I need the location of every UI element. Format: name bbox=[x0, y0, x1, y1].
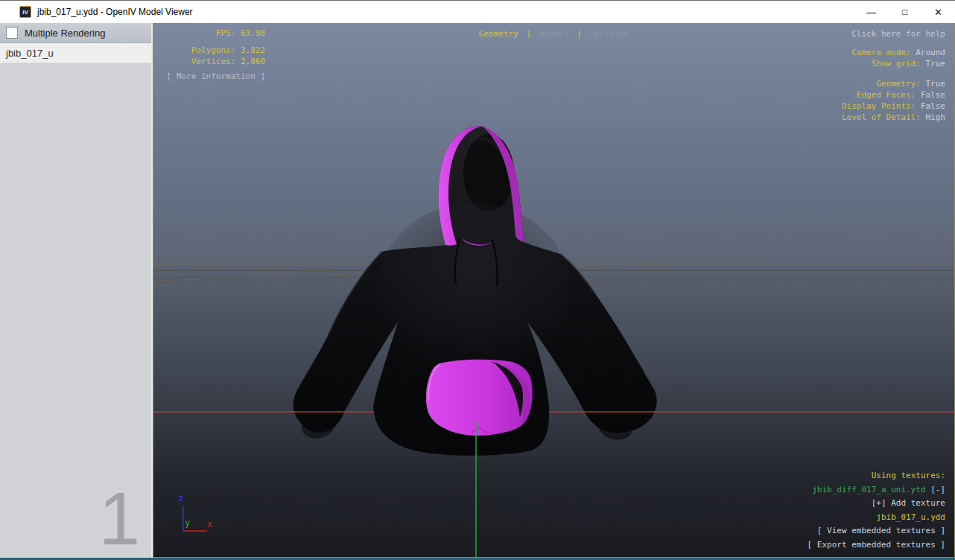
app-icon: IV bbox=[19, 6, 31, 18]
level-of-detail-label: Level of Detail: bbox=[842, 112, 921, 122]
vertices-readout: Vertices: 2,860 bbox=[159, 56, 265, 67]
export-embedded-textures-button[interactable]: [ Export embedded textures ] bbox=[808, 538, 945, 553]
viewer-settings-panel: Click here for help Camera mode: Around … bbox=[842, 28, 945, 123]
camera-mode-label: Camera mode: bbox=[851, 48, 910, 57]
more-information-button[interactable]: [ More information ] bbox=[159, 71, 265, 82]
close-button[interactable]: ✕ bbox=[921, 1, 955, 23]
window-controls: — □ ✕ bbox=[854, 1, 955, 23]
model-file-name: jbib_017_u.ydd bbox=[808, 511, 945, 525]
level-of-detail-value: High bbox=[926, 112, 946, 122]
multiple-rendering-label: Multiple Rendering bbox=[25, 28, 105, 39]
texture-row: jbib_diff_017_a_uni.ytd [-] bbox=[808, 483, 945, 497]
geometry-value: True bbox=[926, 79, 946, 89]
lod-watermark: 1 bbox=[98, 489, 140, 547]
edged-faces-row: Edged Faces: False bbox=[842, 89, 945, 101]
geometry-row: Geometry: True bbox=[842, 78, 945, 89]
show-grid-value: True bbox=[926, 59, 946, 69]
polygons-readout: Polygons: 3,822 bbox=[159, 45, 265, 56]
axis-z-label: z bbox=[178, 493, 183, 503]
window-title: jbib_017_u.ydd - OpenIV Model Viewer bbox=[37, 7, 193, 17]
camera-mode-value: Around bbox=[916, 48, 945, 57]
edged-faces-label: Edged Faces: bbox=[857, 90, 916, 100]
maximize-icon: □ bbox=[902, 7, 907, 17]
maximize-button[interactable]: □ bbox=[888, 1, 921, 23]
model-viewport: z y x FPS: 63.98 Polygons: 3,822 Vertice… bbox=[153, 23, 955, 558]
tab-separator: | bbox=[523, 29, 534, 39]
model-list-sidebar: Multiple Rendering jbib_017_u 1 bbox=[0, 23, 153, 558]
show-grid-row: Show grid: True bbox=[842, 58, 945, 69]
level-of-detail-row: Level of Detail: High bbox=[842, 112, 945, 123]
multiple-rendering-checkbox[interactable] bbox=[6, 27, 18, 39]
minimize-button[interactable]: — bbox=[854, 1, 888, 23]
remove-texture-button[interactable]: [-] bbox=[930, 485, 945, 494]
display-points-value: False bbox=[921, 101, 945, 111]
tab-separator: | bbox=[574, 29, 585, 39]
using-textures-header: Using textures: bbox=[808, 469, 945, 483]
minimize-icon: — bbox=[866, 7, 876, 18]
view-embedded-textures-button[interactable]: [ View embedded textures ] bbox=[808, 524, 945, 538]
app-window: IV jbib_017_u.ydd - OpenIV Model Viewer … bbox=[0, 0, 955, 560]
display-points-label: Display Points: bbox=[842, 101, 916, 111]
model-list-item[interactable]: jbib_017_u bbox=[0, 43, 151, 63]
axis-y-label: y bbox=[185, 518, 190, 528]
model-list-item-label: jbib_017_u bbox=[6, 48, 54, 59]
texture-file-name: jbib_diff_017_a_uni.ytd bbox=[812, 485, 925, 494]
title-bar: IV jbib_017_u.ydd - OpenIV Model Viewer … bbox=[0, 1, 955, 23]
camera-mode-row: Camera mode: Around bbox=[842, 47, 945, 58]
tab-bounds[interactable]: Bounds bbox=[539, 29, 569, 39]
edged-faces-value: False bbox=[921, 90, 945, 100]
tab-geometry[interactable]: Geometry bbox=[479, 29, 518, 39]
axis-x-label: x bbox=[207, 519, 212, 529]
multiple-rendering-row: Multiple Rendering bbox=[0, 23, 151, 43]
hoodie-model[interactable] bbox=[294, 127, 657, 456]
view-mode-tabs: Geometry | Bounds | Skeleton bbox=[153, 28, 954, 39]
display-points-row: Display Points: False bbox=[842, 101, 945, 112]
add-texture-button[interactable]: [+] Add texture bbox=[808, 497, 945, 511]
geometry-label: Geometry: bbox=[876, 79, 921, 89]
textures-panel: Using textures: jbib_diff_017_a_uni.ytd … bbox=[808, 469, 945, 552]
close-icon: ✕ bbox=[934, 7, 942, 18]
show-grid-label: Show grid: bbox=[872, 59, 921, 69]
tab-skeleton[interactable]: Skeleton bbox=[589, 29, 629, 39]
help-link[interactable]: Click here for help bbox=[842, 28, 945, 39]
